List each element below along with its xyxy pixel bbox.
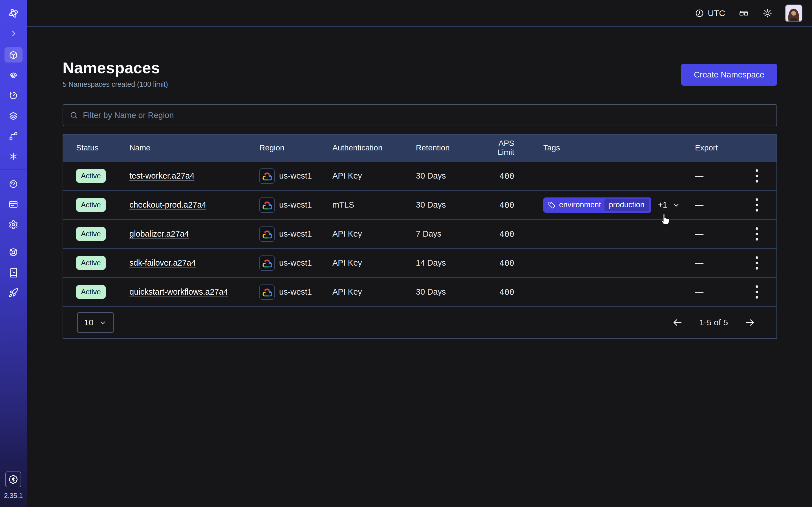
gcp-icon (259, 256, 274, 271)
page-size-select[interactable]: 10 (77, 312, 114, 333)
row-actions-menu-button[interactable] (749, 168, 765, 184)
glasses-icon (739, 8, 749, 18)
region-label: us-west1 (279, 229, 312, 238)
clock-icon (695, 8, 704, 18)
timezone-label: UTC (708, 8, 725, 18)
row-actions-menu-button[interactable] (749, 255, 765, 271)
table-row: Active test-worker.a27a4 us-west1 API Ke… (63, 161, 776, 190)
namespace-link[interactable]: globalizer.a27a4 (130, 229, 189, 238)
region-label: us-west1 (279, 258, 312, 268)
filter-input[interactable] (83, 111, 770, 120)
pagination-range-label: 1-5 of 5 (699, 318, 728, 327)
namespace-link[interactable]: checkout-prod.a27a4 (130, 200, 206, 209)
namespace-link[interactable]: quickstart-workflows.a27a4 (130, 287, 228, 296)
status-badge: Active (76, 169, 106, 183)
sidebar-item-support[interactable] (4, 244, 22, 260)
tags-more-count: +1 (658, 200, 667, 210)
column-header-status: Status (76, 144, 130, 152)
arrow-left-icon (672, 317, 683, 328)
region-label: us-west1 (279, 200, 312, 210)
sidebar-divider (0, 238, 27, 238)
table-row: Active globalizer.a27a4 us-west1 API Key… (63, 219, 776, 248)
row-actions-menu-button[interactable] (749, 226, 765, 242)
status-badge: Active (76, 198, 106, 212)
aps-limit-cell: 400 (500, 258, 514, 268)
auth-cell: API Key (333, 171, 416, 180)
badge-dollar-icon (8, 474, 18, 484)
auth-cell: API Key (333, 287, 416, 297)
asterisk-icon (8, 152, 18, 161)
temporal-logo[interactable] (4, 6, 22, 21)
credits-button[interactable] (5, 471, 21, 487)
sidebar-item-nexus[interactable] (4, 128, 22, 144)
page-header: Namespaces 5 Namespaces created (100 lim… (63, 59, 777, 89)
row-actions-menu-button[interactable] (749, 284, 765, 300)
table-footer: 10 1-5 of 5 (63, 306, 776, 338)
tags-expand-button[interactable] (672, 201, 680, 209)
tag-badge[interactable]: environment production (543, 198, 651, 213)
sidebar-nav-account (4, 176, 22, 232)
aps-limit-cell: 400 (500, 171, 514, 181)
previous-page-button[interactable] (672, 317, 683, 328)
user-avatar[interactable] (785, 4, 802, 22)
auth-cell: API Key (333, 258, 416, 268)
book-sparkles-icon (8, 268, 18, 277)
gear-icon (8, 220, 18, 230)
main-content: Namespaces 5 Namespaces created (100 lim… (63, 27, 777, 339)
gcp-icon (259, 284, 274, 300)
chevron-down-icon (99, 319, 107, 327)
gcp-icon (259, 226, 274, 242)
sidebar-item-docs[interactable] (4, 265, 22, 280)
sidebar-item-namespaces[interactable] (4, 47, 22, 62)
sidebar: 2.35.1 (0, 0, 27, 507)
tag-key: environment (559, 201, 601, 209)
accessibility-glasses-button[interactable] (739, 8, 749, 18)
app-version: 2.35.1 (4, 492, 23, 500)
namespace-link[interactable]: test-worker.a27a4 (130, 171, 195, 180)
table-header-row: Status Name Region Authentication Retent… (63, 135, 776, 161)
namespace-link[interactable]: sdk-failover.a27a4 (130, 258, 196, 267)
export-cell: — (695, 171, 737, 181)
topbar: UTC (27, 0, 812, 27)
sidebar-item-settings[interactable] (4, 217, 22, 232)
sidebar-item-billing[interactable] (4, 196, 22, 212)
sidebar-item-getting-started[interactable] (4, 285, 22, 300)
region-label: us-west1 (279, 171, 312, 180)
sidebar-divider (0, 170, 27, 170)
sidebar-nav-primary (4, 47, 22, 164)
page-title: Namespaces (63, 59, 168, 77)
pagination: 1-5 of 5 (672, 317, 755, 328)
layers-icon (8, 111, 18, 121)
table-row: Active checkout-prod.a27a4 us-west1 mTLS… (63, 190, 776, 219)
create-namespace-button[interactable]: Create Namespace (681, 64, 777, 86)
sidebar-item-deployments[interactable] (4, 108, 22, 123)
sidebar-nav-help (4, 244, 22, 300)
sidebar-item-schedules[interactable] (4, 88, 22, 103)
column-header-name: Name (130, 144, 259, 152)
namespaces-table: Status Name Region Authentication Retent… (63, 134, 777, 339)
sidebar-expand-button[interactable] (4, 26, 22, 41)
lifebuoy-icon (8, 247, 18, 257)
retention-cell: 14 Days (416, 258, 480, 268)
column-header-export: Export (695, 144, 737, 152)
next-page-button[interactable] (744, 317, 755, 328)
filter-bar[interactable] (63, 104, 777, 126)
aps-limit-cell: 400 (500, 229, 514, 239)
git-branch-icon (8, 131, 18, 141)
export-cell: — (695, 258, 737, 268)
column-header-retention: Retention (416, 144, 480, 152)
cube-icon (8, 50, 18, 60)
sidebar-bottom: 2.35.1 (4, 471, 23, 500)
sidebar-item-workflows[interactable] (4, 68, 22, 83)
theme-toggle-button[interactable] (762, 8, 772, 18)
row-actions-menu-button[interactable] (749, 197, 765, 213)
region-label: us-west1 (279, 287, 312, 297)
timezone-selector[interactable]: UTC (695, 8, 725, 18)
auth-cell: mTLS (333, 200, 416, 210)
sidebar-item-usage[interactable] (4, 176, 22, 191)
retention-cell: 7 Days (416, 229, 480, 238)
retention-cell: 30 Days (416, 287, 480, 297)
table-row: Active quickstart-workflows.a27a4 us-wes… (63, 277, 776, 306)
aps-limit-cell: 400 (500, 287, 514, 297)
sidebar-item-batch-operations[interactable] (4, 149, 22, 164)
